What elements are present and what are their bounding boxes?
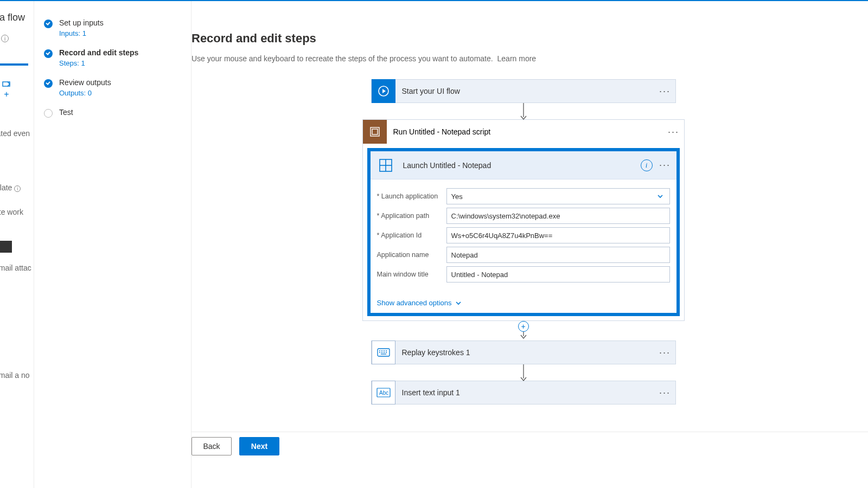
page-title: Record and edit steps <box>192 31 855 46</box>
step-meta: Inputs: 1 <box>59 29 104 37</box>
flow-replay-label: Replay keystrokes 1 <box>395 348 655 357</box>
application-id-input[interactable] <box>446 227 670 243</box>
more-menu-icon[interactable]: ··· <box>663 126 684 138</box>
main-area: Record and edit steps Use your mouse and… <box>192 1 868 488</box>
flag-icon <box>2 80 11 88</box>
main-window-title-input[interactable] <box>446 266 670 282</box>
step-meta: Outputs: 0 <box>59 89 111 97</box>
add-step-button[interactable]: + <box>518 321 529 332</box>
flow-script-container: Run Untitled - Notepad script ··· Launch… <box>362 119 685 321</box>
check-icon <box>44 49 53 58</box>
arrow-connector <box>523 103 524 119</box>
left-clipped-panel: Make a flow i + gnated even plate i ote … <box>0 1 34 488</box>
field-application-id: * Application Id <box>377 227 670 243</box>
learn-more-link[interactable]: Learn more <box>497 54 537 63</box>
script-icon <box>363 120 387 144</box>
clipped-text: email attac <box>0 264 31 272</box>
next-label: Next <box>251 442 267 451</box>
field-label: Launch application <box>381 192 438 200</box>
back-button[interactable]: Back <box>192 437 232 455</box>
footer-bar: Back Next <box>192 432 868 460</box>
field-label: Main window title <box>377 271 429 278</box>
flow-start-card[interactable]: Start your UI flow ··· <box>371 79 676 103</box>
more-menu-icon[interactable]: ··· <box>655 86 675 97</box>
svg-text:Abc: Abc <box>379 390 388 396</box>
launch-icon <box>374 153 398 177</box>
field-application-path: * Application path <box>377 208 670 224</box>
flow-script-label: Run Untitled - Notepad script <box>387 127 663 136</box>
plus-icon: + <box>4 90 9 99</box>
step-title: Test <box>59 108 73 117</box>
step-title: Set up inputs <box>59 18 104 27</box>
field-label: Application Id <box>381 232 422 239</box>
back-label: Back <box>203 442 220 451</box>
open-circle-icon <box>44 109 53 118</box>
flow-start-label: Start your UI flow <box>395 87 655 95</box>
clipped-text: email a no <box>0 371 30 380</box>
field-launch-application: * Launch application Yes <box>377 188 670 204</box>
launch-application-select[interactable]: Yes <box>446 188 670 204</box>
flow-step-selected: Launch Untitled - Notepad i ··· * Launch… <box>367 148 680 316</box>
wizard-step-outputs[interactable]: Review outputs Outputs: 0 <box>34 73 191 102</box>
info-icon[interactable]: i <box>641 159 653 171</box>
application-path-input[interactable] <box>446 208 670 224</box>
more-menu-icon[interactable]: ··· <box>655 387 675 399</box>
field-label: Application path <box>381 212 429 220</box>
application-name-input[interactable] <box>446 247 670 263</box>
add-step-icons[interactable]: + <box>2 80 11 99</box>
flow-step-form: * Launch application Yes <box>371 179 676 293</box>
flow-canvas: Start your UI flow ··· Run Untitled - No… <box>192 63 855 404</box>
wizard-step-inputs[interactable]: Set up inputs Inputs: 1 <box>34 13 191 43</box>
play-icon <box>372 79 395 103</box>
flow-script-header[interactable]: Run Untitled - Notepad script ··· <box>363 120 684 144</box>
more-menu-icon[interactable]: ··· <box>655 347 675 358</box>
flow-insert-text-card[interactable]: Abc Insert text input 1 ··· <box>371 381 676 404</box>
field-label: Application name <box>377 251 429 259</box>
select-value: Yes <box>451 192 463 201</box>
more-menu-icon[interactable]: ··· <box>657 159 673 171</box>
chevron-down-icon <box>455 300 462 306</box>
next-button[interactable]: Next <box>239 437 279 455</box>
field-application-name: Application name <box>377 247 670 263</box>
clipped-text: plate i <box>0 183 21 192</box>
field-main-window-title: Main window title <box>377 266 670 282</box>
check-icon <box>44 20 53 28</box>
text-input-icon: Abc <box>372 381 395 404</box>
wizard-step-record[interactable]: Record and edit steps Steps: 1 <box>34 43 191 73</box>
svg-rect-8 <box>372 129 378 134</box>
keyboard-icon <box>372 341 395 364</box>
chevron-down-icon <box>656 192 664 200</box>
step-title: Record and edit steps <box>59 48 138 57</box>
flow-replay-card[interactable]: Replay keystrokes 1 ··· <box>371 341 676 364</box>
check-icon <box>44 79 53 88</box>
selection-underline <box>0 63 28 66</box>
show-advanced-label: Show advanced options <box>377 299 452 307</box>
info-icon: i <box>1 35 9 42</box>
show-advanced-link[interactable]: Show advanced options <box>377 299 462 307</box>
arrow-connector <box>523 364 524 381</box>
page-subtitle: Use your mouse and keyboard to recreate … <box>192 54 855 63</box>
wizard-step-test[interactable]: Test <box>34 102 191 123</box>
step-meta: Steps: 1 <box>59 59 138 67</box>
wizard-steps-panel: Set up inputs Inputs: 1 Record and edit … <box>34 1 192 488</box>
step-title: Review outputs <box>59 78 111 87</box>
clipped-text: gnated even <box>0 129 30 138</box>
clipped-text: ote work <box>0 208 23 216</box>
flow-insert-text-label: Insert text input 1 <box>395 388 655 397</box>
dark-square-icon <box>0 241 12 253</box>
flow-step-label: Launch Untitled - Notepad <box>398 161 641 170</box>
panel-heading: Make a flow <box>0 12 25 23</box>
flow-step-header[interactable]: Launch Untitled - Notepad i ··· <box>371 151 676 179</box>
